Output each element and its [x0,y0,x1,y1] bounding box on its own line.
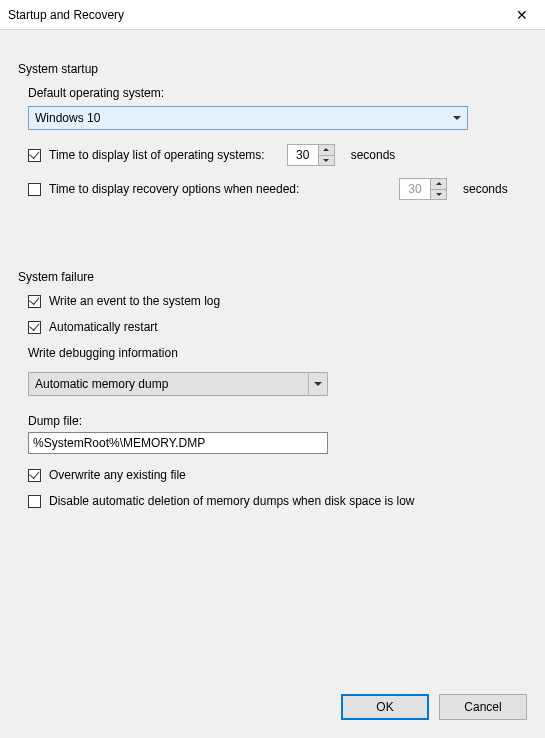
default-os-select[interactable]: Windows 10 [28,106,468,130]
time-recovery-row: Time to display recovery options when ne… [28,178,514,200]
time-recovery-unit: seconds [463,182,513,196]
dump-file-input[interactable] [28,432,328,454]
system-startup-title: System startup [18,62,531,76]
time-os-checkbox[interactable] [28,149,41,162]
ok-button[interactable]: OK [341,694,429,720]
cancel-button[interactable]: Cancel [439,694,527,720]
disable-delete-row: Disable automatic deletion of memory dum… [28,494,514,508]
default-os-label: Default operating system: [28,86,531,100]
triangle-down-icon [436,193,442,196]
overwrite-checkbox[interactable] [28,469,41,482]
triangle-up-icon [323,148,329,151]
debug-type-select[interactable]: Automatic memory dump [28,372,328,396]
spinner-up-button[interactable] [431,179,446,190]
dialog-content: System startup Default operating system:… [0,30,545,738]
auto-restart-label: Automatically restart [49,320,158,334]
time-os-spinner-buttons [318,145,334,165]
dump-file-label: Dump file: [28,414,531,428]
write-event-row: Write an event to the system log [28,294,531,308]
default-os-value: Windows 10 [35,111,100,125]
disable-delete-label: Disable automatic deletion of memory dum… [49,494,415,508]
close-icon: ✕ [516,7,528,23]
time-recovery-label: Time to display recovery options when ne… [49,182,389,196]
system-failure-title: System failure [18,270,531,284]
write-event-checkbox[interactable] [28,295,41,308]
time-recovery-checkbox[interactable] [28,183,41,196]
overwrite-row: Overwrite any existing file [28,468,531,482]
triangle-up-icon [436,182,442,185]
write-event-label: Write an event to the system log [49,294,220,308]
time-os-row: Time to display list of operating system… [28,144,531,166]
auto-restart-checkbox[interactable] [28,321,41,334]
system-startup-group: System startup Default operating system:… [14,62,531,200]
titlebar: Startup and Recovery ✕ [0,0,545,30]
time-os-value[interactable] [288,145,318,165]
time-os-label: Time to display list of operating system… [49,148,265,162]
spinner-up-button[interactable] [319,145,334,156]
disable-delete-checkbox[interactable] [28,495,41,508]
triangle-down-icon [323,159,329,162]
time-recovery-value [400,179,430,199]
overwrite-label: Overwrite any existing file [49,468,186,482]
write-debug-title: Write debugging information [28,346,531,360]
spinner-down-button[interactable] [319,156,334,166]
time-os-unit: seconds [351,148,401,162]
window-title: Startup and Recovery [8,8,499,22]
combo-arrow-wrap [308,374,326,394]
auto-restart-row: Automatically restart [28,320,531,334]
close-button[interactable]: ✕ [499,0,545,30]
dialog-buttons: OK Cancel [341,694,527,720]
time-recovery-spinner-buttons [430,179,446,199]
time-os-spinner[interactable] [287,144,335,166]
system-failure-group: System failure Write an event to the sys… [14,270,531,508]
debug-type-value: Automatic memory dump [35,377,168,391]
spinner-down-button[interactable] [431,190,446,200]
chevron-down-icon [453,116,461,120]
chevron-down-icon [314,382,322,386]
time-recovery-spinner[interactable] [399,178,447,200]
